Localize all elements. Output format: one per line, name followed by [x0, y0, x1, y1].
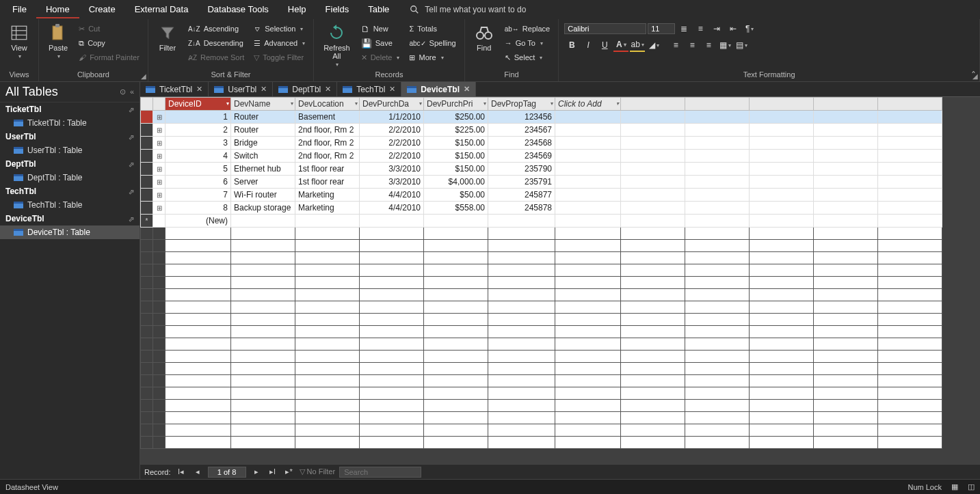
empty-cell[interactable]	[878, 150, 942, 163]
table-row[interactable]: ⊞5Ethernet hub1st floor rear3/3/2010$150…	[141, 163, 942, 176]
row-selector[interactable]	[141, 137, 153, 150]
column-header-click-to-add[interactable]: Click to Add▾	[555, 98, 621, 111]
cell-devlocation[interactable]: 2nd floor, Rm 2	[295, 137, 360, 150]
empty-cell[interactable]	[750, 124, 814, 137]
row-selector[interactable]	[141, 111, 153, 124]
close-icon[interactable]: ✕	[325, 85, 331, 94]
empty-cell[interactable]	[685, 150, 750, 163]
design-view-button[interactable]: ◫	[968, 482, 975, 491]
empty-cell[interactable]	[750, 202, 814, 215]
empty-cell[interactable]	[814, 111, 878, 124]
fill-color-button[interactable]: ◢▾	[646, 38, 661, 52]
align-left-button[interactable]: ≡	[668, 38, 683, 52]
close-icon[interactable]: ✕	[196, 85, 202, 94]
nav-item-techtbl-table[interactable]: TechTbl : Table	[0, 198, 140, 212]
cell-devproptag[interactable]: 235791	[488, 176, 555, 189]
cell-devlocation[interactable]: 2nd floor, Rm 2	[295, 150, 360, 163]
filter-indicator[interactable]: ▽ No Filter	[300, 467, 336, 476]
cell-devpurchda[interactable]: 3/3/2010	[360, 176, 424, 189]
datasheet-view-button[interactable]: ▦	[951, 482, 958, 491]
cell-deviceid[interactable]: 1	[165, 111, 231, 124]
empty-cell[interactable]	[621, 124, 685, 137]
row-selector[interactable]	[141, 150, 153, 163]
empty-cell[interactable]	[685, 163, 750, 176]
empty-column[interactable]	[814, 98, 878, 111]
nav-group-depttbl[interactable]: DeptTbl⬀	[0, 157, 140, 171]
expand-row-button[interactable]: ⊞	[153, 111, 165, 124]
nav-group-usertbl[interactable]: UserTbl⬀	[0, 130, 140, 143]
nav-group-techtbl[interactable]: TechTbl⬀	[0, 184, 140, 198]
empty-column[interactable]	[685, 98, 750, 111]
cell-deviceid[interactable]: 6	[165, 176, 231, 189]
row-selector[interactable]	[141, 202, 153, 215]
align-right-button[interactable]: ≡	[701, 38, 716, 52]
cell-devpurchpri[interactable]: $50.00	[424, 189, 488, 202]
empty-cell[interactable]	[878, 189, 942, 202]
empty-column[interactable]	[621, 98, 685, 111]
empty-cell[interactable]	[814, 137, 878, 150]
cell-devproptag[interactable]: 123456	[488, 111, 555, 124]
cell-devpurchda[interactable]: 1/1/2010	[360, 111, 424, 124]
row-selector[interactable]	[141, 189, 153, 202]
underline-button[interactable]: U	[597, 38, 612, 52]
menu-help[interactable]: Help	[278, 1, 316, 18]
doc-tab-depttbl[interactable]: DeptTbl✕	[273, 82, 337, 96]
menu-table[interactable]: Table	[358, 1, 399, 18]
column-header-devproptag[interactable]: DevPropTag▾	[488, 98, 555, 111]
close-icon[interactable]: ✕	[261, 85, 267, 94]
cell-devproptag[interactable]: 245877	[488, 189, 555, 202]
cell-devname[interactable]: Router	[231, 111, 295, 124]
numbering-button[interactable]: ≡	[693, 22, 708, 36]
empty-cell[interactable]	[621, 215, 685, 228]
cell-deviceid[interactable]: 5	[165, 163, 231, 176]
expand-row-button[interactable]: ⊞	[153, 189, 165, 202]
cell-add[interactable]	[555, 176, 621, 189]
nav-group-tickettbl[interactable]: TicketTbl⬀	[0, 102, 140, 116]
nav-item-usertbl-table[interactable]: UserTbl : Table	[0, 143, 140, 157]
cell-devlocation[interactable]: 1st floor rear	[295, 163, 360, 176]
column-header-devlocation[interactable]: DevLocation▾	[295, 98, 360, 111]
spelling-button[interactable]: abc✓Spelling	[406, 36, 458, 50]
font-size-combo[interactable]	[648, 23, 675, 34]
menu-file[interactable]: File	[3, 1, 36, 18]
empty-cell[interactable]	[814, 215, 878, 228]
empty-cell[interactable]	[878, 163, 942, 176]
cell-devname[interactable]: Bridge	[231, 137, 295, 150]
column-header-devpurchda[interactable]: DevPurchDa▾	[360, 98, 424, 111]
new-record-button[interactable]: 🗋New	[358, 22, 403, 36]
cell-devproptag[interactable]: 245878	[488, 202, 555, 215]
cell-add[interactable]	[555, 189, 621, 202]
expand-row-button[interactable]: ⊞	[153, 176, 165, 189]
expand-row-button[interactable]: ⊞	[153, 202, 165, 215]
bullets-button[interactable]: ≣	[676, 22, 691, 36]
empty-cell[interactable]	[621, 111, 685, 124]
cell-devproptag[interactable]: 234568	[488, 137, 555, 150]
empty-cell[interactable]	[621, 189, 685, 202]
save-record-button[interactable]: 💾Save	[358, 36, 403, 50]
cell-devproptag[interactable]: 235790	[488, 163, 555, 176]
cell-devpurchda[interactable]: 2/2/2010	[360, 137, 424, 150]
highlight-button[interactable]: ab▾	[630, 38, 645, 52]
clipboard-dialog-launcher[interactable]: ◢	[141, 72, 146, 80]
cell-devname[interactable]: Server	[231, 176, 295, 189]
row-selector[interactable]	[141, 124, 153, 137]
remove-sort-button[interactable]: A̷ZRemove Sort	[185, 51, 247, 64]
italic-button[interactable]: I	[581, 38, 596, 52]
chevron-down-icon[interactable]: ▾	[419, 100, 422, 107]
cell-devlocation[interactable]: Marketing	[295, 189, 360, 202]
new-record-row[interactable]: *(New)	[141, 215, 942, 228]
empty-cell[interactable]	[750, 163, 814, 176]
empty-cell[interactable]	[750, 150, 814, 163]
decrease-indent-button[interactable]: ⇤	[726, 22, 741, 36]
empty-cell[interactable]	[621, 137, 685, 150]
empty-column[interactable]	[750, 98, 814, 111]
chevron-down-icon[interactable]: ▾	[484, 100, 486, 107]
increase-indent-button[interactable]: ⇥	[709, 22, 724, 36]
empty-cell[interactable]	[814, 176, 878, 189]
empty-cell[interactable]	[814, 163, 878, 176]
cell-devname[interactable]: Router	[231, 124, 295, 137]
cell-devpurchda[interactable]: 2/2/2010	[360, 124, 424, 137]
cell-deviceid[interactable]: 2	[165, 124, 231, 137]
delete-record-button[interactable]: ✕Delete▾	[358, 51, 403, 64]
cell-deviceid[interactable]: 7	[165, 189, 231, 202]
